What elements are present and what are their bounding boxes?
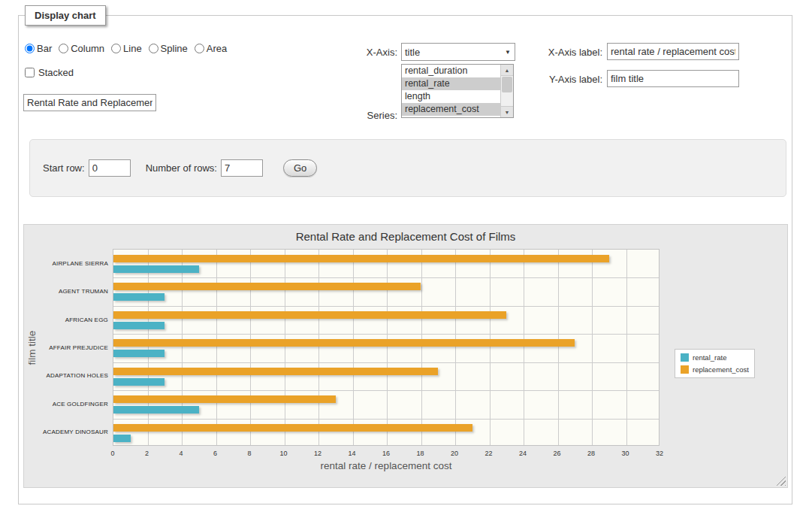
- legend-item: rental_rate: [681, 353, 749, 362]
- series-option[interactable]: length: [402, 90, 500, 103]
- series-listbox-options: rental_durationrental_ratelengthreplacem…: [402, 65, 500, 117]
- x-axis-select[interactable]: title ▼: [401, 43, 515, 61]
- stacked-checkbox[interactable]: [25, 68, 35, 77]
- y-axis-label-input[interactable]: [607, 70, 739, 87]
- radio-column-label: Column: [71, 43, 104, 54]
- resize-handle[interactable]: [776, 476, 786, 486]
- radio-line-input[interactable]: [111, 44, 121, 53]
- x-tick-label: 16: [382, 450, 390, 457]
- x-tick-label: 4: [179, 450, 183, 457]
- bar-replacement_cost: [113, 395, 336, 403]
- y-category-label: AFFAIR PREJUDICE: [24, 344, 108, 351]
- gridline: [113, 277, 659, 278]
- radio-area-input[interactable]: [195, 44, 204, 53]
- x-tick-label: 14: [348, 450, 355, 457]
- series-label: Series:: [319, 110, 397, 121]
- gridline: [113, 362, 659, 363]
- gridline: [216, 250, 217, 445]
- series-listbox[interactable]: rental_durationrental_ratelengthreplacem…: [401, 64, 514, 118]
- bar-replacement_cost: [113, 311, 506, 319]
- series-option[interactable]: rental_duration: [402, 65, 500, 77]
- x-tick-label: 10: [279, 450, 287, 457]
- num-rows-label: Number of rows:: [146, 162, 217, 174]
- chart-title: Rental Rate and Replacement Cost of Film…: [24, 230, 787, 243]
- plot-area: [113, 249, 660, 446]
- x-tick-label: 22: [484, 450, 492, 457]
- series-scrollbar[interactable]: ▲ ▼: [500, 65, 513, 117]
- chart-title-input[interactable]: [23, 94, 156, 111]
- radio-bar[interactable]: Bar: [25, 43, 52, 54]
- x-axis-label-input[interactable]: [607, 43, 739, 60]
- gridline: [250, 250, 251, 445]
- gridline: [318, 250, 319, 445]
- gridline: [626, 250, 627, 445]
- series-option[interactable]: rental_rate: [402, 77, 500, 90]
- gridline: [592, 250, 593, 445]
- radio-spline[interactable]: Spline: [149, 43, 188, 54]
- chart-type-radio-group: Bar Column Line Spline Area: [25, 43, 227, 54]
- bar-rental_rate: [113, 350, 165, 357]
- gridline: [113, 419, 659, 420]
- radio-column[interactable]: Column: [59, 43, 104, 54]
- radio-line[interactable]: Line: [111, 43, 142, 54]
- num-rows-input[interactable]: [221, 159, 263, 177]
- bar-rental_rate: [113, 322, 165, 329]
- bar-rental_rate: [113, 406, 199, 414]
- page: Display chart Bar Column Line Spline Are…: [0, 0, 812, 512]
- y-category-label: AFRICAN EGG: [24, 316, 108, 323]
- y-axis-label-field-label: Y-Axis label:: [511, 74, 602, 85]
- start-row-input[interactable]: [89, 159, 131, 177]
- x-tick-label: 2: [145, 450, 149, 457]
- bar-rental_rate: [113, 265, 199, 273]
- y-category-label: AIRPLANE SIERRA: [24, 259, 108, 266]
- x-tick-label: 18: [416, 450, 424, 457]
- radio-spline-label: Spline: [161, 43, 188, 54]
- x-tick-label: 24: [519, 450, 527, 457]
- go-button[interactable]: Go: [283, 159, 317, 177]
- x-axis-select-label: X-Axis:: [319, 47, 397, 58]
- gridline: [285, 250, 285, 445]
- radio-column-input[interactable]: [59, 44, 68, 53]
- x-tick-label: 6: [213, 450, 217, 457]
- x-tick-label: 30: [621, 450, 629, 457]
- bar-rental_rate: [113, 435, 131, 442]
- scroll-down-icon[interactable]: ▼: [501, 106, 513, 117]
- x-axis-title: rental rate / replacement cost: [113, 460, 660, 471]
- radio-spline-input[interactable]: [149, 44, 158, 53]
- bar-replacement_cost: [113, 424, 472, 432]
- bar-replacement_cost: [113, 339, 575, 347]
- legend-item: replacement_cost: [681, 365, 749, 374]
- x-tick-label: 8: [247, 450, 251, 457]
- bar-rental_rate: [113, 378, 165, 386]
- series-option[interactable]: replacement_cost: [402, 103, 500, 116]
- radio-bar-label: Bar: [37, 43, 52, 54]
- gridline: [182, 250, 183, 445]
- radio-line-label: Line: [123, 43, 142, 54]
- x-tick-label: 12: [314, 450, 321, 457]
- x-tick-label: 32: [656, 450, 663, 457]
- bar-replacement_cost: [113, 368, 438, 375]
- legend-label: replacement_cost: [693, 365, 749, 374]
- bar-replacement_cost: [113, 255, 609, 262]
- gridline: [421, 250, 422, 445]
- radio-area[interactable]: Area: [195, 43, 227, 54]
- gridline: [524, 250, 524, 445]
- y-category-label: ADAPTATION HOLES: [24, 372, 108, 379]
- gridline: [148, 250, 149, 445]
- radio-area-label: Area: [207, 43, 227, 54]
- gridline: [353, 250, 354, 445]
- bar-rental_rate: [113, 293, 165, 301]
- stacked-checkbox-row[interactable]: Stacked: [25, 67, 74, 78]
- gridline: [113, 306, 659, 307]
- radio-bar-input[interactable]: [25, 44, 35, 53]
- stacked-label: Stacked: [38, 67, 74, 78]
- legend-swatch: [681, 365, 689, 374]
- bar-replacement_cost: [113, 283, 421, 290]
- x-tick-label: 20: [451, 450, 458, 457]
- gridline: [490, 250, 491, 445]
- x-tick-label: 0: [110, 450, 114, 457]
- display-chart-panel: Display chart Bar Column Line Spline Are…: [18, 15, 792, 504]
- gridline: [387, 250, 388, 445]
- start-row-label: Start row:: [43, 162, 85, 174]
- legend-label: rental_rate: [693, 353, 726, 362]
